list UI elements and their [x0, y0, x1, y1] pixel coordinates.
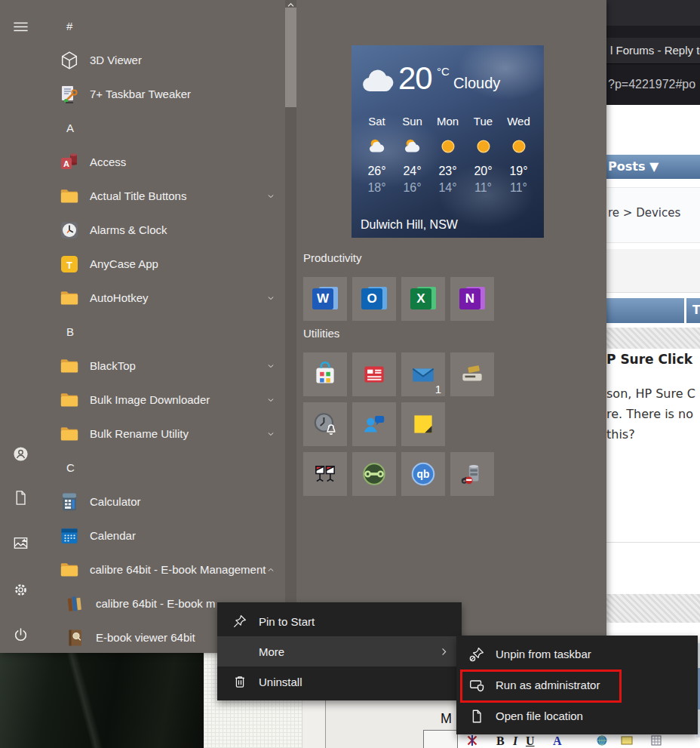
app-label: Access — [90, 155, 126, 168]
tile-news[interactable] — [352, 352, 396, 396]
tile-outlook[interactable]: O — [352, 277, 396, 321]
app-list-section-header[interactable]: A — [44, 111, 285, 145]
app-list-item[interactable]: TAnyCase App — [44, 247, 285, 281]
app-list-item[interactable]: Calculator — [44, 485, 285, 519]
address-bar[interactable]: ?p=4221972#po — [606, 63, 700, 105]
hamburger-icon — [12, 18, 29, 35]
app-list-section-header[interactable]: C — [44, 451, 285, 485]
globe-icon[interactable] — [596, 734, 608, 748]
context-menu-item-more[interactable]: More — [217, 636, 462, 666]
app-label: AnyCase App — [90, 257, 158, 270]
scrollbar-thumb[interactable] — [285, 8, 296, 107]
media-flags-icon — [311, 460, 339, 488]
app-list-item[interactable]: Calendar — [44, 519, 285, 553]
rail-button-hamburger[interactable] — [5, 11, 35, 42]
tile-mail[interactable]: 1 — [401, 352, 445, 396]
tile-green-wrench[interactable] — [352, 452, 396, 496]
start-menu: #3D Viewer7+ Taskbar TweakerAAAccessActu… — [0, 0, 606, 653]
tile-media-flags[interactable] — [303, 452, 347, 496]
tile-store[interactable] — [303, 352, 347, 396]
app-list-folder[interactable]: Bulk Image Downloader — [44, 383, 285, 417]
app-label: Actual Title Buttons — [90, 189, 186, 202]
tile-word[interactable]: W — [303, 277, 347, 321]
tile-database[interactable] — [450, 452, 494, 496]
ebook-icon — [65, 627, 86, 648]
toolbar-letter-button[interactable]: A — [553, 734, 562, 748]
tile-excel[interactable]: X — [401, 277, 445, 321]
sticky-notes-icon — [409, 410, 438, 439]
rail-button-user[interactable] — [5, 439, 35, 469]
context-menu-item-uninstall[interactable]: Uninstall — [217, 666, 462, 697]
star-icon[interactable] — [466, 734, 478, 748]
tile-group-label: Utilities — [303, 327, 514, 341]
app-list-folder[interactable]: AutoHotkey — [44, 281, 285, 315]
tile-onenote[interactable]: N — [450, 277, 494, 321]
post-body: son, HP Sure Cre. There is nothis? — [606, 383, 695, 445]
app-list-folder[interactable]: BlackTop — [44, 349, 285, 383]
forecast-low: 11° — [465, 181, 501, 195]
post-body-line: re. There is no — [606, 404, 695, 424]
weather-tile[interactable]: 20 °C Cloudy Sat26°18°Sun24°16°Mon23°14°… — [352, 45, 544, 238]
app-label: AutoHotkey — [90, 291, 149, 304]
tile-letter: N — [459, 288, 480, 309]
start-menu-app-list: #3D Viewer7+ Taskbar TweakerAAAccessActu… — [44, 9, 285, 653]
app-list-item[interactable]: AAccess — [44, 145, 285, 179]
forecast-high: 20° — [465, 165, 501, 178]
chevron-right-icon — [438, 646, 450, 657]
posts-dropdown[interactable]: Posts ▼ — [606, 155, 700, 179]
folder-icon — [59, 423, 80, 445]
post-body-line: son, HP Sure C — [606, 383, 695, 404]
page-toolbar-panel — [606, 249, 700, 293]
submenu-item-run-as-administrator[interactable]: Run as administrator — [456, 670, 698, 700]
rail-button-pictures[interactable] — [5, 528, 35, 558]
app-list-item[interactable]: Alarms & Clock — [44, 213, 285, 247]
app-label: calibre 64bit - E-book Management — [90, 563, 266, 576]
browser-tabbar — [606, 26, 700, 38]
submenu-item-open-file-location[interactable]: Open file location — [456, 700, 698, 731]
toolbar-letter-button[interactable]: B — [496, 734, 505, 748]
scanner-icon — [458, 360, 487, 389]
folder-icon — [59, 288, 80, 309]
tile-people[interactable] — [352, 402, 396, 446]
app-list-scrollbar[interactable] — [285, 0, 296, 653]
no-icon — [232, 644, 247, 659]
breadcrumb-panel: re > Devices — [606, 187, 700, 243]
documents-icon — [12, 489, 29, 506]
clock-bell-icon — [311, 410, 339, 439]
forecast-day: Sun — [395, 115, 430, 131]
tile-groups: ProductivityWOXNUtilities1qb — [303, 245, 514, 502]
app-label: 7+ Taskbar Tweaker — [90, 88, 191, 100]
tile-qbittorrent[interactable]: qb — [401, 452, 445, 496]
rail-button-documents[interactable] — [5, 482, 35, 513]
rail-button-settings[interactable] — [5, 574, 35, 605]
app-list-folder[interactable]: Actual Title Buttons — [44, 179, 285, 213]
grid-icon[interactable] — [650, 734, 662, 748]
tile-scanner[interactable] — [450, 352, 494, 396]
background-editor-toolbar: BIUA — [456, 734, 700, 748]
app-label: Calculator — [90, 495, 141, 508]
app-list-folder[interactable]: calibre 64bit - E-book Management — [44, 553, 285, 586]
table-footer-band — [606, 594, 700, 623]
tile-sticky-notes[interactable] — [401, 402, 445, 446]
toolbar-letter-button[interactable]: U — [526, 734, 535, 748]
app-label: 3D Viewer — [90, 54, 142, 66]
pin-icon — [232, 614, 247, 629]
submenu-item-unpin-from-taskbar[interactable]: Unpin from taskbar — [456, 639, 698, 670]
app-list-folder[interactable]: Bulk Rename Utility — [44, 417, 285, 451]
post-body-line: this? — [606, 424, 695, 445]
browser-tab[interactable]: l Forums - Reply to — [606, 38, 700, 63]
green-wrench-icon — [360, 460, 388, 488]
note-icon[interactable] — [621, 734, 633, 748]
app-list-section-header[interactable]: # — [44, 9, 285, 43]
folder-icon — [59, 186, 80, 207]
app-list-item[interactable]: 7+ Taskbar Tweaker — [44, 77, 285, 111]
tile-clock-bell[interactable] — [303, 402, 347, 446]
app-list-section-header[interactable]: B — [44, 315, 285, 349]
svg-text:A: A — [63, 159, 69, 168]
tile-row: qb — [303, 452, 514, 496]
tile-badge: 1 — [435, 383, 441, 396]
toolbar-letter-button[interactable]: I — [513, 734, 517, 748]
app-list-item[interactable]: 3D Viewer — [44, 43, 285, 77]
context-menu-item-pin-to-start[interactable]: Pin to Start — [217, 606, 462, 636]
rail-button-power[interactable] — [5, 620, 35, 650]
